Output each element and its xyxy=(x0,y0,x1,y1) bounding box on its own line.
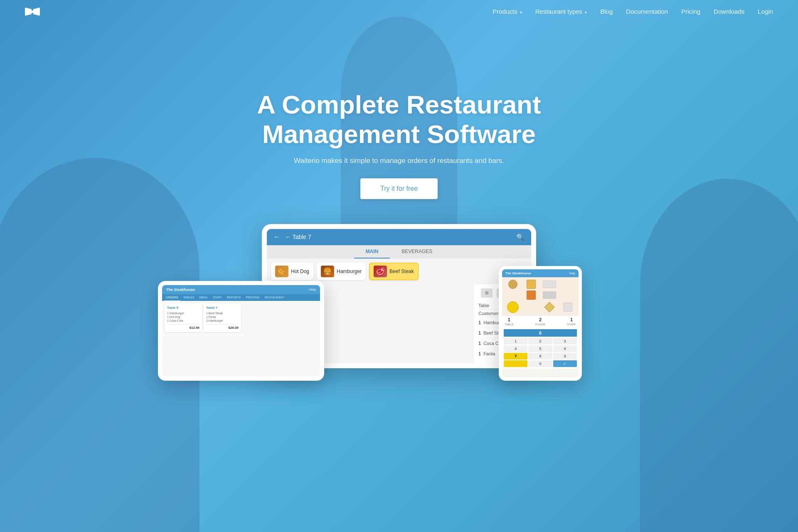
nav-links: Products ▾ Restaurant types ▾ Blog Docum… xyxy=(493,8,773,15)
table-layout xyxy=(502,277,579,315)
bow-tie-center xyxy=(31,10,34,13)
numpad-key-4[interactable]: 4 xyxy=(504,345,527,352)
order-item-qty-cola: 1 xyxy=(478,341,481,346)
table-shape-6[interactable] xyxy=(523,291,539,300)
numpad-key-2[interactable]: 2 xyxy=(528,338,552,345)
small-tab-staff[interactable]: STAFF xyxy=(211,294,224,301)
nav-link-restaurant-types[interactable]: Restaurant types ▾ xyxy=(535,8,587,15)
hero-subtitle: Waiterio makes it simple to manage order… xyxy=(294,157,504,165)
tab-beverages[interactable]: BEVERAGES xyxy=(390,245,444,259)
nav-link-products[interactable]: Products ▾ xyxy=(493,8,522,15)
bill-title-table7: Table 7 xyxy=(206,306,239,310)
bill-line-2: 1 Hot Dog xyxy=(167,315,200,319)
table-shape-7[interactable] xyxy=(541,291,558,300)
table-diamond-1 xyxy=(544,302,554,312)
navbar: Products ▾ Restaurant types ▾ Blog Docum… xyxy=(0,0,798,23)
restaurant-types-dropdown-arrow: ▾ xyxy=(585,10,587,15)
nav-item-login[interactable]: Login xyxy=(758,8,773,15)
bill-line-3: 1 Coca Cola xyxy=(167,319,200,323)
phone-app-title: The Steakhouse xyxy=(505,271,531,275)
table-rect-2 xyxy=(543,291,556,299)
customers-label: Customers xyxy=(478,311,500,316)
numpad-key-7-yellow[interactable]: 7 xyxy=(504,353,527,360)
numpad-grid: 1 2 3 4 5 6 7 8 9 0 ✓ xyxy=(504,338,577,367)
menu-items-area: 🌭 Hot Dog 🍔 Hamburger 🥩 Beef Steak xyxy=(267,259,531,284)
small-tab-reports[interactable]: REPORTS xyxy=(225,294,243,301)
table-shape-1[interactable] xyxy=(505,280,521,289)
stat-staff: 1 STAFF xyxy=(567,317,576,326)
hotdog-label: Hot Dog xyxy=(291,268,309,274)
nav-item-products[interactable]: Products ▾ xyxy=(493,8,522,15)
table-icon[interactable]: ⊞ xyxy=(481,288,493,298)
numpad-key-9[interactable]: 9 xyxy=(553,353,577,360)
menu-item-steak[interactable]: 🥩 Beef Steak xyxy=(369,263,419,280)
table-shape-3[interactable] xyxy=(541,280,558,289)
table-shape-12[interactable] xyxy=(559,301,576,313)
small-tab-tables[interactable]: TABLES xyxy=(181,294,196,301)
small-app-help: Help xyxy=(309,288,316,291)
nav-item-downloads[interactable]: Downloads xyxy=(714,8,744,15)
table-shape-11[interactable] xyxy=(541,301,558,313)
phone-app-header: The Steakhouse Help xyxy=(502,269,579,277)
hero-title: A Complete Restaurant Management Softwar… xyxy=(257,90,541,149)
numpad-key-6[interactable]: 6 xyxy=(553,345,577,352)
bill-card-table5: Table 5 1 Hamburger 1 Hot Dog 1 Coca Col… xyxy=(165,303,202,332)
search-icon[interactable]: 🔍 xyxy=(516,233,525,241)
logo[interactable] xyxy=(25,7,40,16)
bow-tie-icon xyxy=(25,7,40,16)
table-shape-9[interactable] xyxy=(505,301,521,313)
table-circle-1 xyxy=(508,280,517,289)
small-tablet-mockup: The Steakhouse Help ORDERS TABLES MENU S… xyxy=(158,281,324,381)
menu-item-hamburger[interactable]: 🍔 Hamburger xyxy=(317,263,366,280)
nav-link-blog[interactable]: Blog xyxy=(600,8,613,15)
small-app-header: The Steakhouse Help xyxy=(162,285,320,294)
small-tablet-screen: The Steakhouse Help ORDERS TABLES MENU S… xyxy=(162,285,320,377)
nav-link-login[interactable]: Login xyxy=(758,8,773,15)
table-shape-2[interactable] xyxy=(523,280,539,289)
small-tab-restaurant[interactable]: RESTAURANT xyxy=(263,294,286,301)
phone-screen: The Steakhouse Help xyxy=(502,269,579,377)
numpad-key-yellow-2[interactable] xyxy=(504,360,527,367)
nav-item-restaurant-types[interactable]: Restaurant types ▾ xyxy=(535,8,587,15)
numpad-display: 6 xyxy=(504,329,577,337)
small-tablet-content: Table 5 1 Hamburger 1 Hot Dog 1 Coca Col… xyxy=(162,301,320,335)
numpad-key-8[interactable]: 8 xyxy=(528,353,552,360)
numpad-key-confirm[interactable]: ✓ xyxy=(553,360,577,367)
back-arrow-icon[interactable]: ← xyxy=(273,233,280,241)
table-shape-8 xyxy=(559,291,576,300)
nav-link-downloads[interactable]: Downloads xyxy=(714,8,744,15)
nav-item-blog[interactable]: Blog xyxy=(600,8,613,15)
numpad-key-1[interactable]: 1 xyxy=(504,338,527,345)
bill-card-table7: Table 7 1 Beef Steak 1 Fanta 2 Hamburger… xyxy=(204,303,241,332)
small-tab-menu[interactable]: MENU xyxy=(197,294,210,301)
hamburger-image: 🍔 xyxy=(321,266,334,277)
numpad-key-5[interactable]: 5 xyxy=(528,345,552,352)
small-nav-tabs: ORDERS TABLES MENU STAFF REPORTS PRINTIN… xyxy=(162,294,320,301)
stat-table: 1 TABLE xyxy=(505,317,514,326)
nav-item-pricing[interactable]: Pricing xyxy=(681,8,700,15)
order-item-qty-steak: 1 xyxy=(478,330,481,335)
menu-item-hotdog[interactable]: 🌭 Hot Dog xyxy=(271,263,313,280)
nav-link-pricing[interactable]: Pricing xyxy=(681,8,700,15)
cta-try-free-button[interactable]: Try it for free xyxy=(360,178,438,199)
table-shape-10 xyxy=(523,301,539,313)
order-item-qty-fanta: 1 xyxy=(478,351,481,356)
table-label: Table xyxy=(478,303,489,308)
small-tab-printing[interactable]: PRINTING xyxy=(244,294,261,301)
phone-help-label[interactable]: Help xyxy=(569,272,575,275)
numpad-key-3[interactable]: 3 xyxy=(553,338,577,345)
numpad-key-0[interactable]: 0 xyxy=(528,360,552,367)
app-tab-bar: MAIN BEVERAGES xyxy=(267,245,531,259)
hamburger-label: Hamburger xyxy=(337,268,362,274)
table-circle-yellow xyxy=(507,301,519,313)
bill-line-6: 2 Hamburger xyxy=(206,319,239,323)
steak-label: Beef Steak xyxy=(389,268,414,274)
hero-content: A Complete Restaurant Management Softwar… xyxy=(257,90,541,199)
nav-link-documentation[interactable]: Documentation xyxy=(626,8,668,15)
person-right xyxy=(640,179,798,532)
products-dropdown-arrow: ▾ xyxy=(520,10,522,15)
small-tab-orders[interactable]: ORDERS xyxy=(164,294,180,301)
tab-main[interactable]: MAIN xyxy=(354,245,390,259)
table-shape-4 xyxy=(559,280,576,289)
nav-item-documentation[interactable]: Documentation xyxy=(626,8,668,15)
